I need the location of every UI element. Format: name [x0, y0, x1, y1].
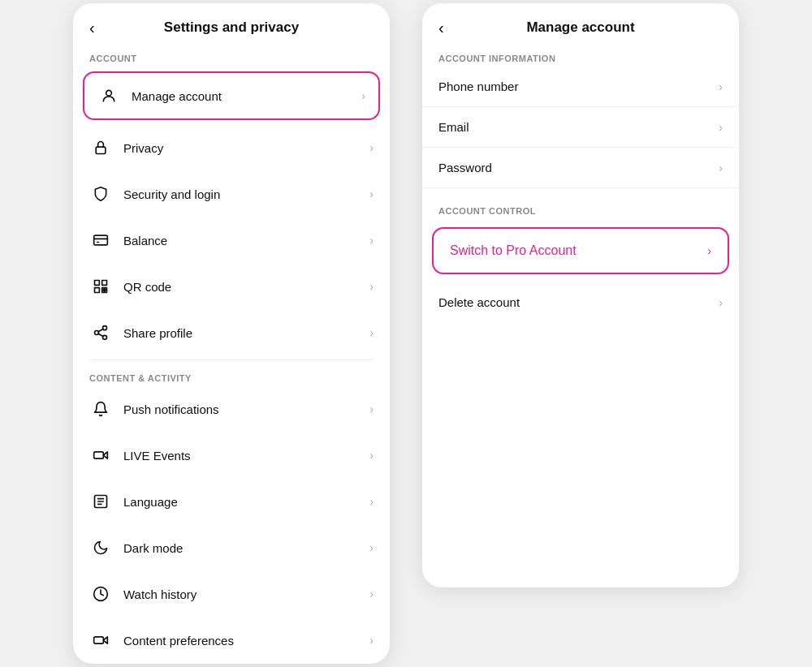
phone-number-chevron: ›: [719, 80, 723, 93]
svg-point-0: [106, 90, 112, 96]
svg-rect-10: [105, 288, 107, 290]
share-profile-label: Share profile: [123, 326, 369, 340]
right-panel: ‹ Manage account Account information Pho…: [422, 3, 739, 587]
watch-history-label: Watch history: [123, 587, 369, 601]
svg-rect-17: [94, 452, 104, 458]
security-login-chevron: ›: [369, 187, 374, 200]
person-icon: [97, 84, 120, 107]
qr-code-chevron: ›: [369, 280, 374, 293]
live-icon: [89, 444, 112, 467]
watch-history-chevron: ›: [369, 587, 374, 600]
menu-item-watch-history[interactable]: Watch history ›: [73, 571, 390, 618]
video-icon: [89, 629, 112, 652]
svg-rect-4: [97, 242, 99, 243]
dark-mode-label: Dark mode: [123, 541, 369, 555]
content-preferences-label: Content preferences: [123, 634, 369, 648]
right-back-icon[interactable]: ‹: [438, 19, 444, 37]
language-label: Language: [123, 495, 369, 509]
privacy-label: Privacy: [123, 141, 369, 155]
menu-item-security-login[interactable]: Security and login ›: [73, 171, 390, 217]
security-login-label: Security and login: [123, 187, 369, 201]
menu-item-content-preferences[interactable]: Content preferences ›: [73, 618, 390, 664]
switch-pro-label: Switch to Pro Account: [450, 243, 577, 258]
moon-icon: [89, 536, 112, 559]
right-panel-title: Manage account: [526, 19, 634, 36]
qr-icon: [89, 275, 112, 298]
svg-line-16: [98, 329, 103, 331]
menu-item-dark-mode[interactable]: Dark mode ›: [73, 525, 390, 571]
phone-number-label: Phone number: [438, 80, 518, 93]
bell-icon: [89, 398, 112, 420]
push-notifications-chevron: ›: [369, 402, 374, 415]
svg-rect-7: [95, 288, 100, 293]
delete-account-chevron: ›: [719, 296, 723, 309]
svg-line-15: [98, 334, 103, 336]
menu-item-privacy[interactable]: Privacy ›: [73, 125, 390, 171]
email-label: Email: [438, 120, 469, 134]
password-label: Password: [438, 161, 492, 174]
svg-rect-2: [94, 235, 108, 245]
section-account-label: ACCOUNT: [73, 44, 390, 67]
info-item-email[interactable]: Email ›: [422, 107, 739, 148]
menu-item-language[interactable]: Language ›: [73, 479, 390, 525]
svg-rect-24: [94, 637, 104, 643]
info-item-phone-number[interactable]: Phone number ›: [422, 67, 739, 107]
push-notifications-label: Push notifications: [123, 402, 369, 416]
live-events-label: LIVE Events: [123, 449, 369, 463]
language-chevron: ›: [369, 495, 374, 508]
menu-item-manage-account[interactable]: Manage account ›: [83, 71, 380, 120]
svg-rect-6: [102, 281, 107, 286]
share-profile-chevron: ›: [369, 326, 374, 339]
menu-item-push-notifications[interactable]: Push notifications ›: [73, 386, 390, 432]
menu-item-live-events[interactable]: LIVE Events ›: [73, 432, 390, 479]
share-icon: [89, 321, 112, 344]
info-item-password[interactable]: Password ›: [422, 148, 739, 188]
balance-label: Balance: [123, 234, 369, 247]
switch-pro-chevron: ›: [707, 244, 711, 257]
switch-pro-account-item[interactable]: Switch to Pro Account ›: [432, 227, 729, 274]
menu-item-share-profile[interactable]: Share profile ›: [73, 310, 390, 356]
menu-item-qr-code[interactable]: QR code ›: [73, 264, 390, 310]
section-account-info-label: Account information: [422, 44, 739, 67]
manage-account-chevron: ›: [361, 89, 365, 102]
password-chevron: ›: [719, 161, 723, 174]
delete-account-label: Delete account: [438, 295, 520, 309]
section-content-label: CONTENT & ACTIVITY: [73, 364, 390, 386]
balance-chevron: ›: [369, 234, 374, 247]
dark-mode-chevron: ›: [369, 541, 374, 554]
content-preferences-chevron: ›: [369, 634, 374, 647]
email-chevron: ›: [719, 121, 723, 134]
qr-code-label: QR code: [123, 280, 369, 294]
left-panel-header: ‹ Settings and privacy: [73, 3, 390, 44]
svg-rect-1: [96, 147, 106, 153]
svg-rect-9: [105, 290, 107, 293]
menu-item-balance[interactable]: Balance ›: [73, 217, 390, 264]
svg-rect-5: [95, 281, 100, 286]
lang-icon: [89, 490, 112, 513]
history-icon: [89, 583, 112, 605]
delete-account-item[interactable]: Delete account ›: [422, 282, 739, 322]
balance-icon: [89, 229, 112, 252]
shield-icon: [89, 183, 112, 205]
live-events-chevron: ›: [369, 449, 374, 462]
divider-1: [89, 359, 374, 360]
left-panel: ‹ Settings and privacy ACCOUNT Manage ac…: [73, 3, 390, 664]
left-back-icon[interactable]: ‹: [89, 19, 95, 37]
svg-rect-8: [102, 288, 105, 290]
lock-icon: [89, 136, 112, 159]
svg-rect-11: [102, 290, 105, 293]
privacy-chevron: ›: [369, 141, 374, 154]
manage-account-label: Manage account: [132, 89, 361, 103]
right-panel-header: ‹ Manage account: [422, 3, 739, 44]
section-account-control-label: Account control: [422, 196, 739, 219]
left-panel-title: Settings and privacy: [164, 19, 299, 36]
